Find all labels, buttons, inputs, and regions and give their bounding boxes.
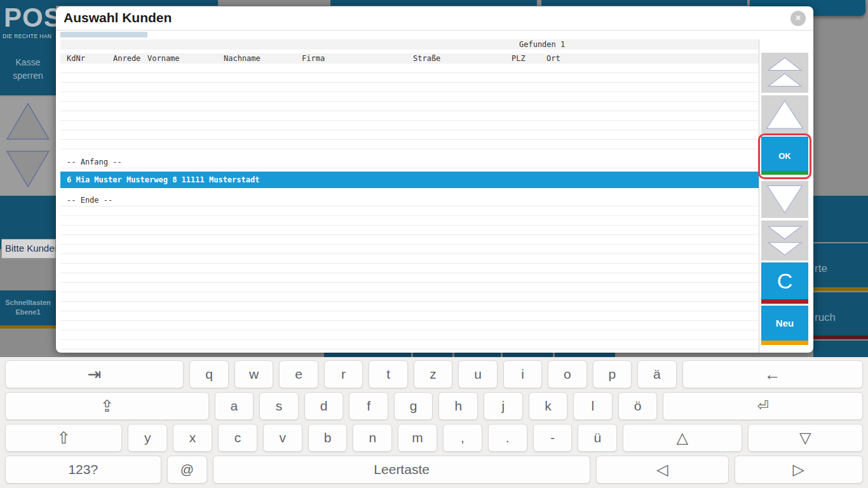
column-header-plz: PLZ: [512, 54, 526, 63]
onscreen-keyboard: ⇥qwertzuiopä←⇪asdfghjklö⏎⇧yxcvbnm,.-ü△▽1…: [0, 357, 868, 488]
double-down-arrow-icon: [764, 223, 805, 257]
key-p[interactable]: p: [593, 360, 632, 388]
key-r[interactable]: r: [324, 360, 363, 388]
key-b[interactable]: b: [308, 424, 348, 452]
key-e[interactable]: e: [279, 360, 318, 388]
scroll-up-button[interactable]: [761, 95, 808, 133]
column-header-ort: Ort: [546, 54, 560, 63]
table-header-row: KdNrAnredeVornameNachnameFirmaStraßePLZO…: [60, 53, 759, 64]
key-g[interactable]: g: [394, 392, 433, 420]
key-symbols[interactable]: 123?: [5, 456, 161, 484]
end-marker: -- Ende --: [60, 195, 759, 205]
ok-button-label: OK: [778, 151, 791, 161]
column-header-straße: Straße: [413, 54, 440, 63]
key-h[interactable]: h: [438, 392, 478, 420]
key-ue[interactable]: ü: [578, 424, 617, 452]
key-dash[interactable]: -: [533, 424, 573, 452]
column-header-kdnr: KdNr: [67, 54, 85, 63]
ok-green-bar: [761, 171, 808, 175]
clear-button[interactable]: C: [761, 262, 808, 304]
key-dot[interactable]: .: [488, 424, 527, 452]
key-q[interactable]: q: [189, 360, 228, 388]
new-button-label: Neu: [776, 318, 794, 329]
key-cursor-left[interactable]: ◁: [596, 456, 729, 484]
key-w[interactable]: w: [234, 360, 273, 388]
close-icon: ×: [796, 13, 801, 23]
partial-button-label: ruch: [815, 311, 836, 324]
column-header-anrede: Anrede: [113, 54, 140, 63]
lock-register-button[interactable]: Kasse sperren: [0, 56, 56, 83]
key-i[interactable]: i: [503, 360, 542, 388]
key-cursor-down[interactable]: ▽: [748, 424, 863, 452]
key-y[interactable]: y: [128, 424, 167, 452]
key-caps[interactable]: ⇪: [5, 392, 209, 420]
key-j[interactable]: j: [484, 392, 523, 420]
key-x[interactable]: x: [173, 424, 212, 452]
filter-row-sliver: [60, 32, 147, 37]
partial-button-karte[interactable]: rte: [813, 243, 868, 291]
keyboard-row: ⇧yxcvbnm,.-ü△▽: [5, 424, 863, 452]
background-button-top: [503, 353, 553, 357]
key-shift[interactable]: ⇧: [5, 424, 122, 452]
key-o[interactable]: o: [548, 360, 587, 388]
clear-button-label: C: [777, 269, 793, 294]
close-button[interactable]: ×: [790, 11, 806, 26]
pos-screen: POSM DIE RECHTE HAN Kasse sperren Bitte …: [0, 0, 868, 488]
key-space[interactable]: Leertaste: [213, 456, 590, 484]
column-header-firma: Firma: [302, 54, 325, 63]
key-z[interactable]: z: [414, 360, 452, 388]
customer-selection-dialog: Auswahl Kunden × Gefunden 1 KdNrAnredeVo…: [56, 6, 813, 353]
sidebar-up-arrow-icon[interactable]: [5, 101, 51, 142]
key-f[interactable]: f: [349, 392, 388, 420]
results-table: Gefunden 1 KdNrAnredeVornameNachnameFirm…: [60, 39, 759, 353]
key-m[interactable]: m: [398, 424, 437, 452]
customer-prompt-field[interactable]: Bitte Kunden: [1, 239, 56, 259]
ok-button-highlight: OK: [758, 133, 811, 179]
key-l[interactable]: l: [573, 392, 613, 420]
scroll-top-button[interactable]: [761, 53, 808, 93]
key-c[interactable]: c: [218, 424, 257, 452]
key-u[interactable]: u: [458, 360, 497, 388]
dialog-title: Auswahl Kunden: [64, 10, 172, 25]
top-bar-segment: [541, 0, 747, 6]
new-customer-button[interactable]: Neu: [761, 306, 808, 345]
start-marker: -- Anfang --: [60, 157, 759, 167]
key-oe[interactable]: ö: [618, 392, 658, 420]
partial-button-abbruch[interactable]: ruch: [813, 292, 868, 339]
quick-keys-button[interactable]: Schnelltasten Ebene1: [0, 290, 56, 329]
key-d[interactable]: d: [304, 392, 344, 420]
background-button-top: [413, 353, 452, 357]
key-backspace[interactable]: ←: [682, 360, 863, 388]
scroll-down-button[interactable]: [761, 181, 808, 218]
key-ae[interactable]: ä: [637, 360, 676, 388]
ok-button[interactable]: OK: [761, 137, 808, 175]
sidebar-scroll-panel: [0, 97, 56, 196]
partial-button-label: rte: [815, 262, 827, 275]
key-comma[interactable]: ,: [443, 424, 482, 452]
key-t[interactable]: t: [369, 360, 407, 388]
key-at[interactable]: @: [167, 456, 208, 484]
key-s[interactable]: s: [259, 392, 299, 420]
key-cursor-right[interactable]: ▷: [735, 456, 863, 484]
key-enter[interactable]: ⏎: [663, 392, 863, 420]
double-up-arrow-icon: [764, 55, 805, 90]
keyboard-row: ⇪asdfghjklö⏎: [5, 392, 863, 420]
key-n[interactable]: n: [353, 424, 392, 452]
keyboard-row: ⇥qwertzuiopä←: [5, 360, 863, 388]
background-button-top: [324, 353, 411, 357]
column-header-vorname: Vorname: [147, 54, 180, 63]
selected-customer-row[interactable]: 6 Mia Muster Musterweg 8 11111 Mustersta…: [60, 172, 759, 188]
key-tab[interactable]: ⇥: [5, 360, 184, 388]
background-button-top: [454, 353, 501, 357]
logo-subtitle: DIE RECHTE HAN: [3, 33, 51, 39]
keyboard-row: 123?@Leertaste◁▷: [5, 456, 863, 484]
up-arrow-icon: [764, 98, 805, 131]
key-a[interactable]: a: [215, 392, 254, 420]
right-panel: [813, 341, 868, 357]
sidebar-down-arrow-icon[interactable]: [5, 149, 51, 189]
key-v[interactable]: v: [263, 424, 302, 452]
key-cursor-up[interactable]: △: [623, 424, 742, 452]
scroll-bottom-button[interactable]: [761, 220, 808, 261]
right-panel: [813, 196, 868, 242]
key-k[interactable]: k: [529, 392, 568, 420]
